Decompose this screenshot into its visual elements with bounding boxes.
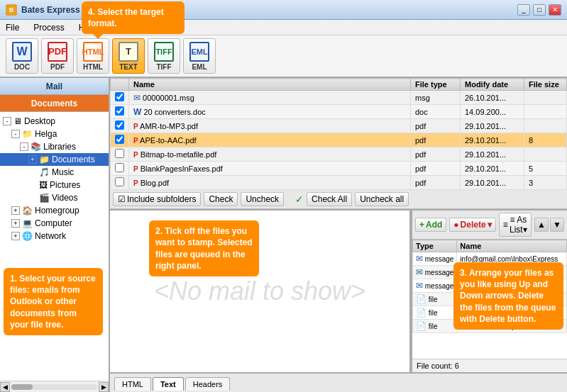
include-subfolders-button[interactable]: ☑ Include subfolders	[113, 192, 201, 206]
expander-homegroup[interactable]: +	[11, 206, 20, 215]
check-cell[interactable]	[111, 91, 129, 105]
tree-item-homegroup[interactable]: + 🏠 Homegroup	[0, 204, 109, 217]
col-name[interactable]: Name	[129, 79, 411, 91]
table-row[interactable]: ✉ 00000001.msg msg 26.10.201...	[111, 91, 567, 105]
file-checkbox[interactable]	[115, 149, 124, 158]
file-type: doc	[411, 105, 461, 119]
expander-desktop[interactable]: -	[3, 117, 11, 125]
tree-item-computer[interactable]: + 💻 Computer	[0, 217, 109, 230]
col-size[interactable]: File size	[524, 79, 567, 91]
uncheck-button[interactable]: Uncheck	[241, 192, 284, 206]
expander-documents[interactable]: +	[28, 155, 37, 164]
computer-label: Computer	[35, 218, 72, 228]
file-checkbox[interactable]	[115, 135, 124, 144]
file-date: 29.10.201...	[461, 119, 524, 133]
toolbar-text-button[interactable]: T TEXT	[112, 38, 145, 74]
check-cell[interactable]	[111, 105, 129, 119]
close-button[interactable]: ✕	[549, 4, 561, 16]
scroll-track[interactable]	[11, 384, 97, 390]
homegroup-label: Homegroup	[35, 206, 79, 215]
uncheck-all-label: Uncheck all	[360, 194, 404, 204]
check-cell[interactable]	[111, 147, 129, 162]
file-checkbox[interactable]	[115, 177, 124, 186]
check-cell[interactable]	[111, 133, 129, 147]
network-label: Network	[35, 231, 66, 241]
tab-headers[interactable]: Headers	[185, 377, 231, 391]
file-size	[524, 91, 567, 105]
uncheck-all-button[interactable]: Uncheck all	[355, 192, 409, 206]
menu-process[interactable]: Process	[31, 21, 67, 34]
file-name: P Blog.pdf	[129, 176, 411, 190]
table-row[interactable]: P BlankPagesInFaxes.pdf pdf 29.10.201...…	[111, 162, 567, 176]
file-size: 5	[524, 162, 567, 176]
scroll-right[interactable]: ▶	[99, 382, 109, 392]
libraries-label: Libraries	[43, 142, 76, 152]
check-cell[interactable]	[111, 119, 129, 133]
mail-header: Mail	[0, 78, 109, 95]
tree-item-pictures[interactable]: 🖼 Pictures	[0, 179, 109, 191]
network-icon: 🌐	[22, 231, 33, 241]
libraries-icon: 📚	[31, 142, 41, 152]
file-name: P APE-to-AAC.pdf	[129, 133, 411, 147]
col-date[interactable]: Modify date	[461, 79, 524, 91]
file-checkbox[interactable]	[115, 92, 124, 101]
pictures-label: Pictures	[50, 180, 80, 190]
queue-type: ✉ message	[413, 252, 457, 266]
tree-item-helga[interactable]: - 📁 Helga	[0, 128, 109, 140]
tab-text[interactable]: Text	[153, 377, 184, 391]
expander-helga[interactable]: -	[11, 130, 20, 138]
file-table-container[interactable]: Name File type Modify date File size ✉ 0…	[110, 78, 567, 190]
file-checkbox[interactable]	[115, 163, 124, 172]
check-button[interactable]: Check	[204, 192, 238, 206]
table-row[interactable]: P Bitmap-to-metafile.pdf pdf 29.10.201..…	[111, 147, 567, 162]
expander-libraries[interactable]: -	[20, 142, 28, 151]
tree-item-network[interactable]: + 🌐 Network	[0, 230, 109, 242]
maximize-button[interactable]: □	[533, 4, 546, 16]
toolbar-doc-button[interactable]: W DOC	[6, 38, 38, 74]
documents-header: Documents	[0, 95, 109, 112]
file-checkbox[interactable]	[115, 121, 124, 130]
file-date: 26.10.201...	[461, 91, 524, 105]
minimize-button[interactable]: _	[517, 4, 530, 16]
videos-label: Videos	[52, 193, 77, 203]
delete-button[interactable]: ● Delete ▾	[449, 218, 495, 232]
check-all-button[interactable]: Check All	[307, 192, 352, 206]
html-label: HTML	[83, 63, 103, 71]
expander-computer[interactable]: +	[11, 219, 20, 228]
up-arrow[interactable]: ▲	[534, 218, 549, 232]
add-button[interactable]: + Add	[415, 218, 446, 232]
left-scrollbar[interactable]: ◀ ▶	[0, 381, 109, 392]
text-icon: T	[119, 42, 138, 62]
file-name: P Bitmap-to-metafile.pdf	[129, 147, 411, 162]
as-list-button[interactable]: ≡ ≡ As List▾	[499, 213, 532, 237]
file-name: P AMR-to-MP3.pdf	[129, 119, 411, 133]
callout-3: 3. Arrange your files as you like using …	[453, 262, 563, 330]
toolbar-eml-button[interactable]: EML EML	[183, 38, 216, 74]
expander-network[interactable]: +	[11, 232, 20, 240]
table-row[interactable]: W 20 converters.doc doc 14.09.200...	[111, 105, 567, 119]
check-cell[interactable]	[111, 176, 129, 190]
toolbar-tiff-button[interactable]: TIFF TIFF	[148, 38, 180, 74]
menu-file[interactable]: File	[3, 21, 22, 34]
file-date: 14.09.200...	[461, 105, 524, 119]
toolbar-pdf-button[interactable]: PDF PDF	[41, 38, 74, 74]
tree-item-documents[interactable]: + 📁 Documents	[0, 153, 109, 166]
table-row[interactable]: P AMR-to-MP3.pdf pdf 29.10.201...	[111, 119, 567, 133]
delete-icon: ●	[453, 220, 458, 230]
table-row[interactable]: P APE-to-AAC.pdf pdf 29.10.201... 8	[111, 133, 567, 147]
tree-item-desktop[interactable]: - 🖥 Desktop	[0, 115, 109, 128]
tree-item-videos[interactable]: 🎬 Videos	[0, 191, 109, 204]
scroll-left[interactable]: ◀	[0, 382, 10, 392]
tree-item-music[interactable]: 🎵 Music	[0, 166, 109, 179]
file-date: 29.10.201...	[461, 133, 524, 147]
check-cell[interactable]	[111, 162, 129, 176]
col-type[interactable]: File type	[411, 79, 461, 91]
html-icon: HTML	[83, 42, 103, 62]
file-name: W 20 converters.doc	[129, 105, 411, 119]
tab-html[interactable]: HTML	[114, 377, 151, 391]
tree-item-libraries[interactable]: - 📚 Libraries	[0, 140, 109, 153]
down-arrow[interactable]: ▼	[550, 218, 564, 232]
pictures-icon: 🖼	[39, 180, 48, 190]
file-checkbox[interactable]	[115, 106, 124, 116]
table-row[interactable]: P Blog.pdf pdf 29.10.201... 3	[111, 176, 567, 190]
